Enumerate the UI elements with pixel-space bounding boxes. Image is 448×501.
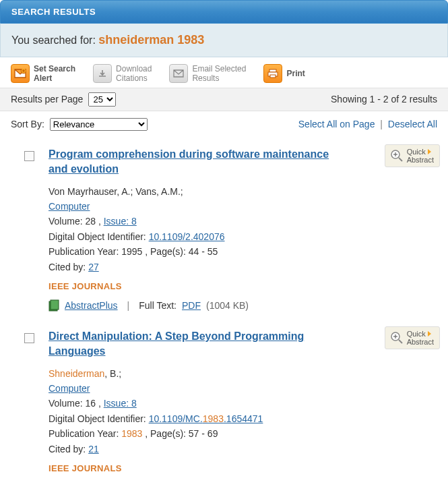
showing-count: Showing 1 - 2 of 2 results (331, 94, 437, 105)
source-label: IEEE JOURNALS (49, 463, 437, 473)
publication-info: Publication Year: 1995 , Page(s): 44 - 5… (49, 244, 437, 259)
source-label: IEEE JOURNALS (49, 281, 437, 291)
per-page-label: Results per Page (11, 94, 83, 105)
results-bar: Results per Page 25 Showing 1 - 2 of 2 r… (0, 88, 448, 111)
issue-link[interactable]: Issue: 8 (104, 216, 137, 227)
svg-rect-1 (269, 69, 276, 72)
file-size: (1004 KB) (206, 300, 249, 311)
header-title: SEARCH RESULTS (11, 7, 96, 17)
email-results-button[interactable]: Email Selected Results (169, 64, 246, 84)
alert-label: Set Search Alert (34, 64, 75, 84)
doi-link[interactable]: 10.1109/2.402076 (149, 231, 225, 242)
result-item: Quick Abstract Program comprehension dur… (0, 136, 448, 318)
svg-line-5 (399, 158, 402, 161)
email-label: Email Selected Results (192, 64, 246, 84)
search-results-header: SEARCH RESULTS (0, 0, 448, 24)
set-search-alert-button[interactable]: Set Search Alert (11, 64, 75, 84)
result-title-link[interactable]: Direct Manipulation: A Step Beyond Progr… (49, 329, 331, 359)
quick-abstract-button[interactable]: Quick Abstract (385, 144, 440, 167)
cited-by-link[interactable]: 27 (88, 262, 99, 272)
download-icon (93, 64, 112, 83)
select-all-link[interactable]: Select All on Page (298, 119, 375, 129)
print-label: Print (286, 69, 305, 78)
svg-rect-9 (51, 300, 59, 310)
print-icon (263, 64, 282, 83)
arrow-right-icon (428, 149, 431, 154)
searched-for-term: shneiderman 1983 (98, 33, 204, 47)
arrow-right-icon (428, 331, 431, 336)
abstractplus-link[interactable]: AbstractPlus (65, 300, 118, 311)
issue-link[interactable]: Issue: 8 (104, 398, 137, 409)
download-citations-button[interactable]: Download Citations (93, 64, 152, 84)
publication-info: Publication Year: 1983 , Page(s): 57 - 6… (49, 426, 437, 441)
doi-link[interactable]: 10.1109/MC.1983.1654471 (149, 413, 263, 424)
svg-rect-3 (270, 75, 276, 78)
svg-line-11 (399, 340, 402, 343)
sort-select[interactable]: Relevance (50, 118, 148, 131)
toolbar: Set Search Alert Download Citations Emai… (0, 57, 448, 88)
print-button[interactable]: Print (263, 64, 305, 83)
magnifier-icon (389, 148, 404, 163)
result-authors: Von Mayrhauser, A.; Vans, A.M.; (49, 184, 437, 199)
alert-icon (11, 64, 30, 83)
result-title-link[interactable]: Program comprehension during software ma… (49, 147, 331, 177)
cited-by-link[interactable]: 21 (88, 444, 99, 454)
result-authors: Shneiderman, B.; (49, 366, 437, 381)
searched-for-label: You searched for: (11, 34, 98, 46)
pdf-link[interactable]: PDF (182, 300, 201, 311)
magnifier-icon (389, 330, 404, 345)
per-page-select[interactable]: 25 (88, 92, 116, 107)
document-icon (49, 299, 59, 312)
result-checkbox[interactable] (24, 151, 34, 161)
email-icon (169, 64, 188, 83)
journal-link[interactable]: Computer (49, 201, 90, 212)
journal-link[interactable]: Computer (49, 383, 90, 394)
search-query-box: You searched for: shneiderman 1983 (0, 24, 448, 57)
result-item: Quick Abstract Direct Manipulation: A St… (0, 318, 448, 480)
quick-abstract-button[interactable]: Quick Abstract (385, 326, 440, 349)
deselect-all-link[interactable]: Deselect All (388, 119, 437, 129)
download-label: Download Citations (116, 64, 152, 84)
result-checkbox[interactable] (24, 333, 34, 343)
sort-row: Sort By: Relevance Select All on Page | … (0, 111, 448, 136)
sort-label: Sort By: (11, 119, 44, 129)
